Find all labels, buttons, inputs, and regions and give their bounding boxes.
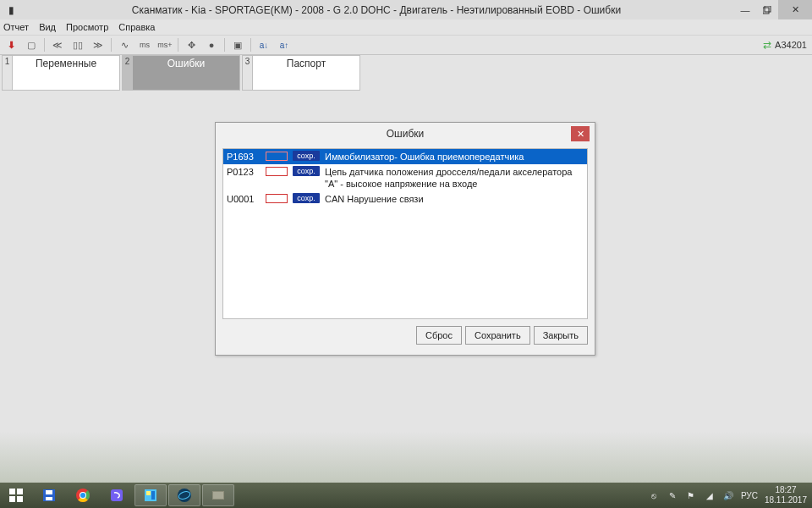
tab-number: 2 bbox=[123, 56, 133, 90]
error-colorbox bbox=[266, 194, 288, 203]
menu-help[interactable]: Справка bbox=[118, 22, 155, 32]
svg-rect-17 bbox=[151, 491, 155, 500]
svg-rect-4 bbox=[9, 496, 15, 502]
dialog-close-button[interactable]: ✕ bbox=[571, 126, 590, 141]
wave-button[interactable]: ∿ bbox=[117, 37, 132, 52]
error-status: сохр. bbox=[293, 151, 320, 161]
errors-dialog: Ошибки ✕ P1693 сохр. Иммобилизатор- Ошиб… bbox=[215, 122, 595, 356]
window-titlebar: ▮ Сканматик - Kia - SPORTAGE(KM) - 2008 … bbox=[0, 0, 812, 19]
error-code: P1693 bbox=[227, 151, 261, 163]
svg-rect-7 bbox=[46, 490, 52, 494]
a-down-button[interactable]: a↓ bbox=[256, 37, 272, 52]
minimize-button[interactable]: — bbox=[734, 0, 756, 19]
errors-list: P1693 сохр. Иммобилизатор- Ошибка приемо… bbox=[222, 148, 588, 319]
ms-plus-button[interactable]: ms+ bbox=[157, 37, 173, 52]
tab-label: Переменные bbox=[13, 56, 119, 90]
dialog-buttons: Сброс Сохранить Закрыть bbox=[216, 319, 595, 351]
tab-label: Ошибки bbox=[133, 56, 239, 90]
dot-button[interactable]: ● bbox=[204, 37, 219, 52]
svg-rect-1 bbox=[765, 6, 771, 12]
taskbar-viber-icon[interactable] bbox=[101, 484, 133, 506]
svg-rect-16 bbox=[146, 491, 151, 495]
taskbar: ⎋ ✎ ⚑ ◢ 🔊 РУС 18:27 18.11.2017 bbox=[0, 483, 812, 508]
taskbar-save-icon[interactable] bbox=[33, 484, 65, 506]
taskbar-app2-icon[interactable] bbox=[168, 484, 200, 506]
tray-language[interactable]: РУС bbox=[741, 491, 758, 500]
tray-time: 18:27 bbox=[765, 485, 807, 495]
window-buttons: — ✕ bbox=[734, 0, 812, 19]
error-row[interactable]: P0123 сохр. Цепь датчика положения дросс… bbox=[223, 164, 587, 191]
save-button[interactable]: Сохранить bbox=[465, 326, 530, 345]
tab-number: 3 bbox=[243, 56, 253, 90]
error-row[interactable]: P1693 сохр. Иммобилизатор- Ошибка приемо… bbox=[223, 149, 587, 164]
error-status: сохр. bbox=[293, 193, 320, 203]
error-colorbox bbox=[266, 152, 288, 161]
tray-volume-icon[interactable]: 🔊 bbox=[722, 489, 734, 501]
menu-report[interactable]: Отчет bbox=[3, 22, 29, 32]
desktop-background bbox=[0, 432, 812, 483]
add-button[interactable]: ✥ bbox=[184, 37, 199, 52]
tab-label: Паспорт bbox=[253, 56, 359, 90]
app-icon: ▮ bbox=[3, 3, 19, 18]
svg-point-18 bbox=[178, 489, 191, 502]
fast-forward-button[interactable]: ≫ bbox=[91, 37, 106, 52]
a-up-button[interactable]: a↑ bbox=[277, 37, 292, 52]
svg-rect-8 bbox=[46, 497, 52, 500]
connection-label: A34201 bbox=[775, 40, 807, 50]
tray-pen-icon[interactable]: ✎ bbox=[667, 489, 678, 501]
tabs-container: 1 Переменные 2 Ошибки 3 Паспорт bbox=[0, 55, 812, 91]
record-button[interactable]: ⬇ bbox=[3, 37, 19, 52]
svg-rect-21 bbox=[213, 492, 223, 499]
tray-flag-icon[interactable]: ⚑ bbox=[685, 489, 697, 501]
error-desc: CAN Нарушение связи bbox=[325, 193, 584, 205]
menu-preview[interactable]: Просмотр bbox=[66, 22, 108, 32]
reset-button[interactable]: Сброс bbox=[416, 326, 462, 345]
tray-clock[interactable]: 18:27 18.11.2017 bbox=[765, 485, 807, 505]
svg-rect-14 bbox=[111, 489, 123, 501]
separator bbox=[178, 38, 178, 52]
error-colorbox bbox=[266, 167, 288, 176]
taskbar-chrome-icon[interactable] bbox=[67, 484, 99, 506]
start-button[interactable] bbox=[0, 483, 32, 508]
dialog-titlebar[interactable]: Ошибки ✕ bbox=[216, 123, 595, 145]
image-button[interactable]: ▣ bbox=[230, 37, 245, 52]
ms-button[interactable]: ms bbox=[137, 37, 152, 52]
error-desc: Цепь датчика положения дросселя/педали а… bbox=[325, 166, 584, 190]
toolbar-right: ⇄ A34201 bbox=[763, 39, 807, 51]
tray-usb-icon[interactable]: ⎋ bbox=[648, 489, 660, 501]
connection-icon: ⇄ bbox=[763, 39, 771, 51]
separator bbox=[44, 38, 45, 52]
system-tray: ⎋ ✎ ⚑ ◢ 🔊 РУС 18:27 18.11.2017 bbox=[648, 485, 812, 505]
tab-passport[interactable]: 3 Паспорт bbox=[242, 55, 360, 91]
taskbar-app1-icon[interactable] bbox=[134, 484, 167, 506]
separator bbox=[111, 38, 112, 52]
separator bbox=[224, 38, 225, 52]
menu-view[interactable]: Вид bbox=[39, 22, 56, 32]
svg-point-13 bbox=[80, 493, 85, 498]
error-status: сохр. bbox=[293, 166, 320, 176]
toolbar: ⬇ ▢ ≪ ▯▯ ≫ ∿ ms ms+ ✥ ● ▣ a↓ a↑ ⇄ A34201 bbox=[0, 35, 812, 55]
menu-bar: Отчет Вид Просмотр Справка bbox=[0, 19, 812, 35]
svg-rect-5 bbox=[17, 496, 23, 502]
svg-rect-0 bbox=[763, 8, 769, 14]
close-button[interactable]: ✕ bbox=[778, 0, 812, 19]
svg-rect-3 bbox=[17, 489, 23, 494]
tab-errors[interactable]: 2 Ошибки bbox=[122, 55, 240, 91]
close-dialog-button[interactable]: Закрыть bbox=[534, 326, 588, 345]
restore-button[interactable] bbox=[756, 0, 778, 19]
file-button[interactable]: ▢ bbox=[24, 37, 39, 52]
window-title: Сканматик - Kia - SPORTAGE(KM) - 2008 - … bbox=[19, 4, 734, 16]
separator bbox=[250, 38, 251, 52]
tray-network-icon[interactable]: ◢ bbox=[704, 489, 716, 501]
tray-date: 18.11.2017 bbox=[765, 495, 807, 505]
step-back-button[interactable]: ▯▯ bbox=[70, 37, 85, 52]
svg-rect-2 bbox=[9, 489, 15, 494]
error-desc: Иммобилизатор- Ошибка приемопередатчика bbox=[325, 151, 584, 163]
rewind-start-button[interactable]: ≪ bbox=[50, 37, 65, 52]
error-code: P0123 bbox=[227, 166, 261, 178]
tab-number: 1 bbox=[3, 56, 13, 90]
taskbar-scanmatic-icon[interactable] bbox=[202, 484, 234, 506]
error-code: U0001 bbox=[227, 193, 261, 205]
error-row[interactable]: U0001 сохр. CAN Нарушение связи bbox=[223, 191, 587, 207]
tab-variables[interactable]: 1 Переменные bbox=[2, 55, 120, 91]
